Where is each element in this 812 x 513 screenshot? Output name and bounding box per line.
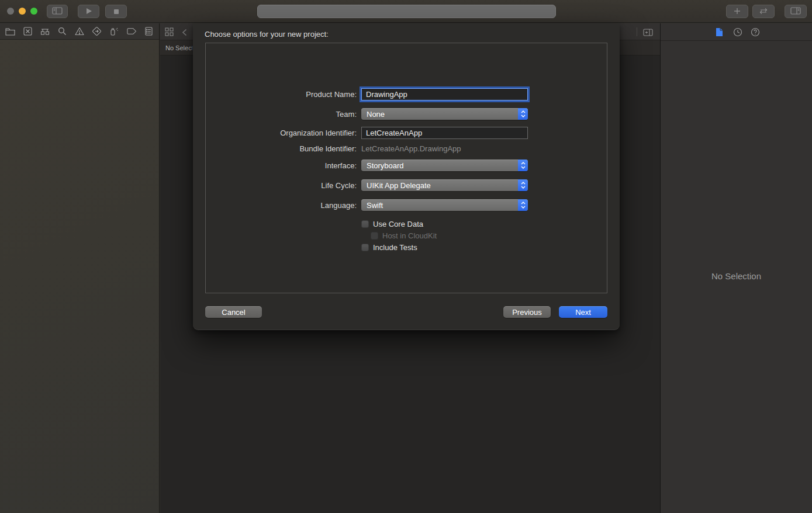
product-name-label: Product Name: — [193, 90, 357, 99]
popup-stepper-icon — [518, 199, 528, 211]
test-navigator-icon[interactable] — [92, 26, 102, 36]
new-project-options-sheet: Choose options for your new project: Pro… — [193, 23, 620, 330]
minimize-window-button[interactable] — [19, 8, 26, 15]
popup-stepper-icon — [518, 108, 528, 120]
inspector-no-selection-text: No Selection — [661, 271, 812, 281]
navigator-tab-bar — [0, 23, 159, 40]
team-popup[interactable]: None — [361, 108, 528, 120]
sheet-title: Choose options for your new project: — [205, 30, 329, 39]
add-editor-icon[interactable] — [643, 28, 653, 39]
stop-button[interactable] — [105, 5, 127, 18]
use-core-data-checkbox[interactable] — [361, 220, 369, 228]
toggle-navigator-button[interactable] — [47, 5, 68, 18]
next-button[interactable]: Next — [559, 306, 607, 318]
team-popup-value: None — [367, 110, 385, 119]
popup-stepper-icon — [518, 160, 528, 171]
play-icon — [85, 6, 92, 17]
swap-arrows-icon — [759, 6, 768, 17]
plus-icon — [734, 6, 741, 17]
include-tests-checkbox-row[interactable]: Include Tests — [361, 243, 417, 252]
life-cycle-label: Life Cycle: — [193, 181, 357, 190]
life-cycle-popup[interactable]: UIKit App Delegate — [361, 179, 528, 191]
source-control-navigator-icon[interactable] — [23, 26, 33, 36]
stop-icon — [113, 6, 119, 17]
breakpoint-navigator-icon[interactable] — [127, 26, 137, 36]
sidebar-left-icon — [52, 6, 63, 17]
navigator-empty-area — [0, 40, 159, 513]
editor-toolbar-divider — [637, 27, 637, 36]
zoom-window-button[interactable] — [30, 8, 37, 15]
breadcrumb: No Selection — [165, 44, 192, 51]
include-tests-label: Include Tests — [373, 243, 417, 252]
cancel-button[interactable]: Cancel — [205, 306, 262, 318]
history-inspector-icon[interactable] — [733, 27, 742, 39]
life-cycle-popup-value: UIKit App Delegate — [367, 181, 431, 190]
project-navigator-icon[interactable] — [5, 26, 15, 36]
add-toolbar-button[interactable] — [726, 5, 748, 18]
language-label: Language: — [193, 201, 357, 210]
navigator-panel — [0, 23, 160, 513]
bundle-identifier-label: Bundle Identifier: — [193, 144, 357, 153]
use-core-data-checkbox-row[interactable]: Use Core Data — [361, 220, 423, 228]
inspector-panel: No Selection — [660, 23, 812, 513]
titlebar — [0, 0, 812, 23]
close-window-button[interactable] — [7, 8, 14, 15]
run-button[interactable] — [78, 5, 99, 18]
organization-identifier-input[interactable] — [361, 127, 528, 139]
host-in-cloudkit-checkbox — [371, 232, 378, 240]
toggle-inspector-button[interactable] — [785, 5, 807, 18]
popup-stepper-icon — [518, 179, 528, 191]
sidebar-right-icon — [790, 6, 801, 17]
back-chevron-icon[interactable] — [182, 28, 187, 39]
language-popup-value: Swift — [367, 201, 383, 210]
file-inspector-icon[interactable] — [716, 27, 723, 39]
use-core-data-label: Use Core Data — [373, 220, 423, 228]
interface-popup-value: Storyboard — [367, 161, 404, 170]
organization-identifier-label: Organization Identifier: — [193, 129, 357, 137]
previous-button[interactable]: Previous — [503, 306, 551, 318]
interface-label: Interface: — [193, 161, 357, 170]
team-label: Team: — [193, 110, 357, 119]
host-in-cloudkit-checkbox-row: Host in CloudKit — [371, 231, 437, 240]
language-popup[interactable]: Swift — [361, 199, 528, 211]
related-items-grid-icon[interactable] — [165, 27, 174, 39]
inspector-tab-bar — [661, 23, 812, 41]
product-name-input[interactable] — [361, 88, 528, 100]
swap-editors-button[interactable] — [752, 5, 775, 18]
find-navigator-icon[interactable] — [57, 26, 67, 36]
include-tests-checkbox[interactable] — [361, 244, 369, 251]
quick-help-icon[interactable] — [751, 27, 760, 39]
issue-navigator-icon[interactable] — [75, 26, 85, 36]
bundle-identifier-value: LetCreateAnApp.DrawingApp — [361, 144, 461, 153]
activity-status-bar — [257, 5, 556, 18]
symbol-navigator-icon[interactable] — [40, 26, 50, 36]
host-in-cloudkit-label: Host in CloudKit — [382, 231, 437, 240]
report-navigator-icon[interactable] — [144, 26, 154, 36]
debug-navigator-icon[interactable] — [109, 26, 119, 36]
interface-popup[interactable]: Storyboard — [361, 160, 528, 171]
